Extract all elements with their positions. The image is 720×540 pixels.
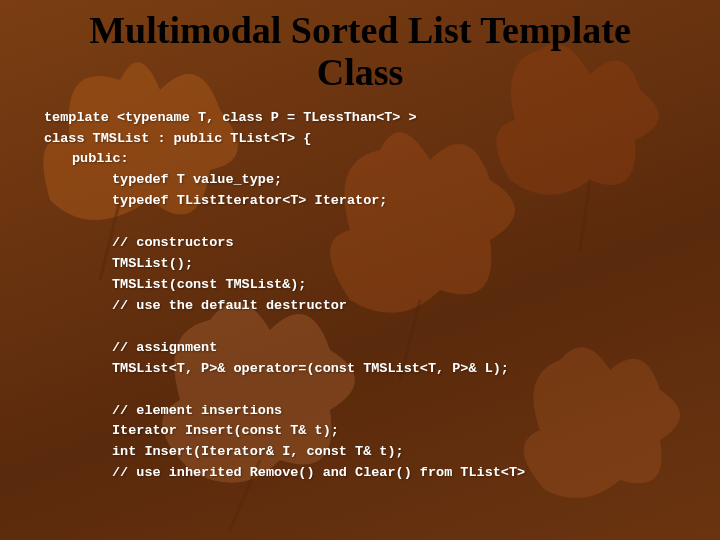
slide: Multimodal Sorted List Template Class te… <box>0 0 720 540</box>
code-line: // constructors <box>44 233 676 254</box>
code-line: typedef T value_type; <box>44 170 676 191</box>
code-line: TMSList<T, P>& operator=(const TMSList<T… <box>44 359 676 380</box>
title-line-2: Class <box>317 51 404 93</box>
code-line: template <typename T, class P = TLessTha… <box>44 108 676 129</box>
code-line: // assignment <box>44 338 676 359</box>
code-line: // use inherited Remove() and Clear() fr… <box>44 463 676 484</box>
code-line: // use the default destructor <box>44 296 676 317</box>
code-line: Iterator Insert(const T& t); <box>44 421 676 442</box>
slide-title: Multimodal Sorted List Template Class <box>0 0 720 94</box>
code-line: class TMSList : public TList<T> { <box>44 129 676 150</box>
code-line: public: <box>44 149 676 170</box>
code-line: int Insert(Iterator& I, const T& t); <box>44 442 676 463</box>
code-block: template <typename T, class P = TLessTha… <box>0 94 720 485</box>
code-line: TMSList(); <box>44 254 676 275</box>
title-line-1: Multimodal Sorted List Template <box>89 9 631 51</box>
code-line: // element insertions <box>44 401 676 422</box>
code-line: typedef TListIterator<T> Iterator; <box>44 191 676 212</box>
code-line: TMSList(const TMSList&); <box>44 275 676 296</box>
